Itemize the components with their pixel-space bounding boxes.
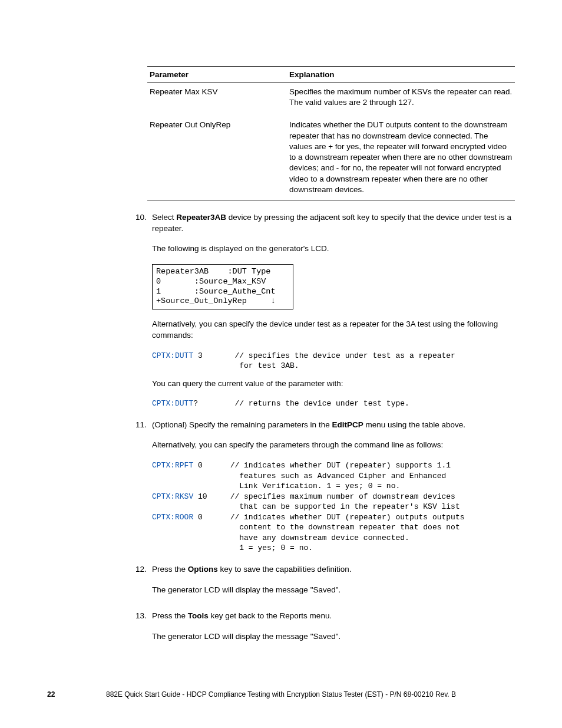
step-text: Select Repeater3AB device by pressing th…	[152, 212, 515, 234]
step-number: 13.	[135, 611, 147, 622]
step-text: Alternatively, you can specify the devic…	[152, 319, 515, 341]
table-row: Repeater Max KSV Specifies the maximum n…	[147, 83, 515, 117]
command-keyword: CPTX:RKSV	[152, 492, 193, 501]
command-keyword: CPTX:RPFT	[152, 461, 193, 470]
command-block: CPTX:RPFT 0 // indicates whether DUT (re…	[152, 460, 515, 554]
step-11: 11. (Optional) Specify the remaining par…	[135, 420, 515, 554]
cell-expl: Specifies the maximum number of KSVs the…	[287, 83, 515, 117]
step-text: Press the Tools key get back to the Repo…	[152, 611, 515, 622]
step-text: The generator LCD will display the messa…	[152, 631, 515, 643]
step-text: You can query the current value of the p…	[152, 378, 515, 390]
command-block: CPTX:DUTT? // returns the device under t…	[152, 398, 515, 409]
header-parameter: Parameter	[147, 67, 287, 83]
lcd-display: Repeater3AB :DUT Type 0 :Source_Max_KSV …	[152, 264, 293, 310]
page-footer: 22 882E Quick Start Guide - HDCP Complia…	[0, 690, 562, 699]
step-text: The following is displayed on the genera…	[152, 243, 515, 255]
step-text: The generator LCD will display the messa…	[152, 585, 515, 596]
command-keyword: CPTX:DUTT	[152, 399, 193, 408]
table-row: Repeater Out OnlyRep Indicates whether t…	[147, 116, 515, 200]
step-text: Alternatively, you can specify the param…	[152, 440, 515, 451]
command-keyword: CPTX:DUTT	[152, 351, 193, 360]
step-number: 12.	[135, 564, 147, 575]
header-explanation: Explanation	[287, 67, 515, 83]
step-text: Press the Options key to save the capabi…	[152, 564, 515, 575]
step-text: (Optional) Specify the remaining paramet…	[152, 420, 515, 431]
page-number: 22	[47, 690, 55, 699]
cell-param: Repeater Max KSV	[147, 83, 287, 117]
cell-expl: Indicates whether the DUT outputs conten…	[287, 116, 515, 200]
step-13: 13. Press the Tools key get back to the …	[135, 611, 515, 642]
step-number: 10.	[135, 212, 147, 223]
parameter-table: Parameter Explanation Repeater Max KSV S…	[147, 66, 515, 200]
step-10: 10. Select Repeater3AB device by pressin…	[135, 212, 515, 409]
cell-param: Repeater Out OnlyRep	[147, 116, 287, 200]
command-block: CPTX:DUTT 3 // specifies the device unde…	[152, 351, 515, 371]
footer-text: 882E Quick Start Guide - HDCP Compliance…	[0, 690, 562, 699]
step-12: 12. Press the Options key to save the ca…	[135, 564, 515, 595]
step-number: 11.	[135, 420, 147, 431]
command-keyword: CPTX:ROOR	[152, 513, 193, 522]
